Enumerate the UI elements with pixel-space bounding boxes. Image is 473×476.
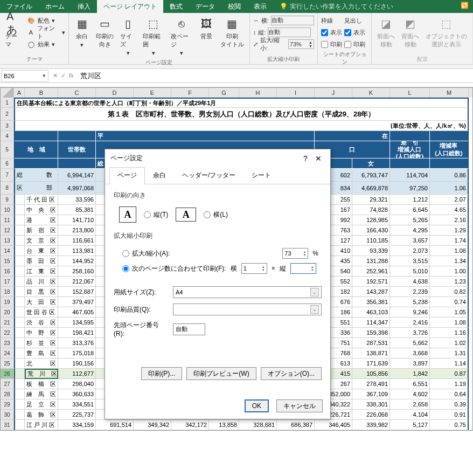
row-header[interactable]: 20 — [1, 307, 14, 318]
tab-formulas[interactable]: 数式 — [163, 0, 189, 13]
cell[interactable] — [14, 369, 25, 379]
fit-to-radio[interactable]: 次のページ数に合わせて印刷(F): — [122, 264, 226, 273]
headings-print-checkbox[interactable]: 印刷 — [344, 39, 365, 50]
cell[interactable]: 74,828 — [352, 205, 390, 215]
cell[interactable]: 313,376 — [58, 338, 96, 348]
cell[interactable]: 252,961 — [352, 266, 390, 277]
row-header[interactable]: 30 — [1, 410, 14, 420]
cell[interactable]: 114,704 — [390, 169, 430, 182]
col-header-G[interactable]: G — [209, 88, 239, 98]
print-titles-button[interactable]: ▦印刷 タイトル — [218, 15, 246, 50]
row-header[interactable]: 7 — [1, 169, 14, 182]
cell[interactable]: 在 — [315, 131, 390, 141]
formula-input[interactable] — [77, 70, 473, 82]
row-header[interactable]: 16 — [1, 266, 14, 277]
col-header-K[interactable]: K — [352, 88, 390, 98]
cell[interactable]: 中 野 区 — [25, 328, 58, 338]
cell[interactable]: 4,997,068 — [58, 182, 96, 195]
cell[interactable]: 2,416 — [390, 318, 430, 328]
cell[interactable] — [14, 277, 25, 287]
cell[interactable] — [14, 379, 25, 389]
cell[interactable]: 192,571 — [352, 277, 390, 287]
cell[interactable] — [14, 158, 58, 169]
cell[interactable] — [14, 215, 25, 225]
cell[interactable]: 128,985 — [352, 215, 390, 225]
cell[interactable]: 226,068 — [352, 410, 390, 420]
print-preview-button[interactable]: 印刷プレビュー(W) — [186, 367, 256, 380]
cell[interactable]: 338,301 — [352, 399, 390, 410]
cell[interactable]: 93,339 — [352, 246, 390, 256]
cell[interactable]: 328,681 — [239, 420, 277, 430]
cell[interactable]: 278,491 — [352, 379, 390, 389]
row-header[interactable]: 12 — [1, 225, 14, 236]
cell[interactable]: 114,347 — [352, 318, 390, 328]
cell[interactable]: 113,981 — [58, 246, 96, 256]
cell[interactable]: 墨 田 区 — [25, 256, 58, 266]
cell[interactable] — [14, 410, 25, 420]
cell[interactable]: 足 立 区 — [25, 399, 58, 410]
landscape-radio[interactable]: 横(L) — [204, 210, 228, 219]
cell[interactable]: 6,793,747 — [352, 169, 390, 182]
cell[interactable]: 荒 川 区 — [25, 369, 58, 379]
cell[interactable]: 3,657 — [390, 236, 430, 246]
cell[interactable]: 増減率 (人口総数) — [430, 141, 469, 158]
cell[interactable]: 1.16 — [430, 328, 469, 338]
background-button[interactable]: 🖼背景 — [197, 15, 216, 42]
cell[interactable]: 141,710 — [58, 215, 96, 225]
row-header[interactable]: 28 — [1, 389, 14, 399]
row-header[interactable]: 17 — [1, 277, 14, 287]
cell[interactable]: 159,398 — [352, 328, 390, 338]
row-header[interactable]: 25 — [1, 358, 14, 369]
tab-view[interactable]: 表示 — [247, 0, 273, 13]
cell[interactable]: 152,687 — [58, 287, 96, 297]
row-header[interactable]: 22 — [1, 328, 14, 338]
cell[interactable]: 4,669,878 — [352, 182, 390, 195]
row-header[interactable]: 14 — [1, 246, 14, 256]
tab-data[interactable]: データ — [189, 0, 221, 13]
cell[interactable]: 356,381 — [352, 297, 390, 307]
cell[interactable] — [14, 205, 25, 215]
cell[interactable]: 33,596 — [58, 195, 96, 205]
row-header[interactable]: 6 — [1, 158, 14, 169]
print-area-button[interactable]: ⬚印刷範囲▾ — [141, 15, 166, 58]
col-header-B[interactable]: B — [25, 88, 58, 98]
cell[interactable]: 5,662 — [390, 338, 430, 348]
dialog-tab-margins[interactable]: 余白 — [145, 167, 174, 184]
cell[interactable]: 2,239 — [390, 287, 430, 297]
cell[interactable]: 1.08 — [430, 246, 469, 256]
cell[interactable]: 0.91 — [430, 410, 469, 420]
row-header[interactable]: 31 — [1, 420, 14, 430]
name-box[interactable]: B26▾ — [1, 70, 48, 82]
cancel-edit-icon[interactable]: ✕ — [53, 72, 58, 79]
cell[interactable]: 新 宿 区 — [25, 225, 58, 236]
tab-page-layout[interactable]: ページ レイアウト — [97, 0, 163, 13]
row-header[interactable]: 21 — [1, 318, 14, 328]
col-header-H[interactable]: H — [239, 88, 277, 98]
cell[interactable]: 349,342 — [134, 420, 171, 430]
cell[interactable]: 5,265 — [390, 215, 430, 225]
cell[interactable] — [14, 256, 25, 266]
cell[interactable]: 171,639 — [352, 358, 390, 369]
cell[interactable]: 6,645 — [390, 205, 430, 215]
dialog-help-button[interactable]: ? — [299, 154, 312, 163]
portrait-radio[interactable]: 縦(T) — [144, 210, 168, 219]
cell[interactable] — [14, 297, 25, 307]
cell[interactable]: 住民基本台帳による東京都の世帯と人口（町丁別・年齢別）／平成29年1月 — [14, 98, 469, 108]
cell[interactable]: 379,497 — [58, 297, 96, 307]
cell[interactable]: 334,551 — [58, 399, 96, 410]
cell[interactable]: 0.39 — [430, 399, 469, 410]
cell[interactable]: 134,595 — [58, 318, 96, 328]
cell[interactable] — [14, 420, 25, 430]
col-header-E[interactable]: E — [134, 88, 171, 98]
cell[interactable]: 686,387 — [277, 420, 315, 430]
row-header[interactable]: 1 — [1, 98, 14, 108]
row-header[interactable]: 10 — [1, 205, 14, 215]
cell[interactable]: 258,160 — [58, 266, 96, 277]
cell[interactable] — [58, 131, 96, 141]
size-button[interactable]: ▯サイズ▾ — [118, 15, 138, 58]
row-header[interactable]: 23 — [1, 338, 14, 348]
row-header[interactable]: 9 — [1, 195, 14, 205]
cell[interactable]: 葛 飾 区 — [25, 410, 58, 420]
cell[interactable]: 13,858 — [209, 420, 239, 430]
adjust-to-radio[interactable]: 拡大/縮小(A): — [122, 249, 170, 258]
